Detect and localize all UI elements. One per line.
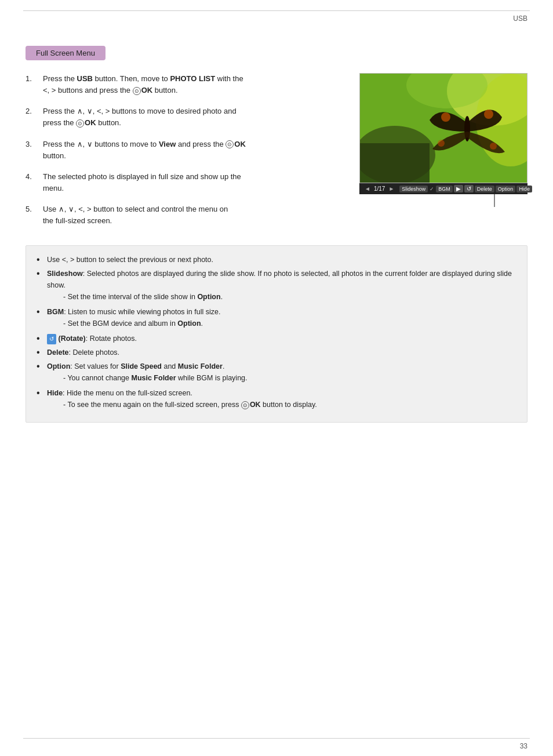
next-arrow[interactable]: ► <box>387 186 396 192</box>
info-item-nav: • Use <, > button to select the previous… <box>37 254 516 266</box>
ok-circle-3: ⊙ <box>225 140 234 148</box>
hide-button[interactable]: Hide <box>516 186 532 192</box>
connector-line <box>494 194 495 207</box>
bullet: • <box>37 268 42 279</box>
control-buttons: Slideshow ✓ BGM ▶ ↺ Delete Option Hide <box>399 185 532 192</box>
svg-point-10 <box>490 143 497 150</box>
bullet: • <box>37 254 42 265</box>
section-label: USB <box>0 11 553 23</box>
ok-circle-hide: ⊙ <box>241 401 249 409</box>
ok-circle-2: ⊙ <box>76 119 84 128</box>
info-text-hide: Hide: Hide the menu on the full-sized sc… <box>47 387 516 412</box>
step-1: 1. Press the USB button. Then, move to P… <box>26 73 336 96</box>
prev-arrow[interactable]: ◄ <box>363 186 372 192</box>
rotate-icon: ↺ <box>47 334 56 344</box>
step-2: 2. Press the ∧, ∨, <, > buttons to move … <box>26 106 336 129</box>
slideshow-button[interactable]: Slideshow <box>399 186 428 192</box>
check-icon: ✓ <box>430 186 434 192</box>
option-button[interactable]: Option <box>496 186 516 192</box>
info-item-option: • Option: Set values for Slide Speed and… <box>37 361 516 385</box>
info-item-rotate: • ↺ (Rotate): Rotate photos. <box>37 333 516 344</box>
info-text-nav: Use <, > button to select the previous o… <box>47 254 516 266</box>
info-item-bgm: • BGM: Listen to music while viewing pho… <box>37 306 516 330</box>
svg-point-7 <box>441 112 450 122</box>
icon-btn-1[interactable]: ▶ <box>454 185 463 192</box>
info-text-slideshow: Slideshow: Selected photos are displayed… <box>47 268 516 304</box>
photo-background-svg <box>360 74 527 183</box>
bullet: • <box>37 306 42 317</box>
steps-list: 1. Press the USB button. Then, move to P… <box>26 73 336 236</box>
ok-circle-1: ⊙ <box>133 87 141 95</box>
bullet: • <box>37 361 42 372</box>
bullet: • <box>37 347 42 358</box>
rotate-btn[interactable]: ↺ <box>464 185 474 192</box>
page-number: 33 <box>520 742 527 750</box>
bgm-button[interactable]: BGM <box>436 186 453 192</box>
bottom-divider <box>23 738 530 739</box>
info-text-rotate: ↺ (Rotate): Rotate photos. <box>47 333 516 344</box>
step-3: 3. Press the ∧, ∨ buttons to move to Vie… <box>26 139 336 162</box>
steps-and-image: 1. Press the USB button. Then, move to P… <box>26 73 527 236</box>
info-list: • Use <, > button to select the previous… <box>37 254 516 412</box>
page-indicator: 1/17 <box>372 186 387 192</box>
info-item-hide: • Hide: Hide the menu on the full-sized … <box>37 387 516 412</box>
section-title: Full Screen Menu <box>26 46 105 60</box>
info-text-delete: Delete: Delete photos. <box>47 347 516 358</box>
svg-point-8 <box>484 110 493 119</box>
info-item-delete: • Delete: Delete photos. <box>37 347 516 358</box>
main-content: Full Screen Menu 1. Press the USB button… <box>0 23 553 440</box>
image-panel: ◄ 1/17 ► Slideshow ✓ BGM ▶ ↺ Delete Opti… <box>348 73 527 207</box>
delete-button[interactable]: Delete <box>475 186 494 192</box>
info-text-option: Option: Set values for Slide Speed and M… <box>47 361 516 385</box>
bullet: • <box>37 333 42 344</box>
step-4: 4. The selected photo is displayed in fu… <box>26 171 336 194</box>
bullet: • <box>37 387 42 398</box>
step-5: 5. Use ∧, ∨, <, > button to select and c… <box>26 203 336 227</box>
info-text-bgm: BGM: Listen to music while viewing photo… <box>47 306 516 330</box>
photo-controls-bar: ◄ 1/17 ► Slideshow ✓ BGM ▶ ↺ Delete Opti… <box>359 183 527 194</box>
info-item-slideshow: • Slideshow: Selected photos are display… <box>37 268 516 304</box>
photo-preview <box>359 73 527 183</box>
info-box: • Use <, > button to select the previous… <box>26 245 527 423</box>
svg-point-9 <box>438 140 445 147</box>
